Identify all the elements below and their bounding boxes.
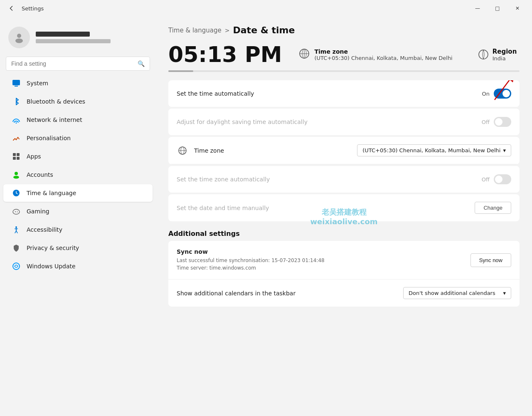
set-timezone-auto-label: Set the time zone automatically <box>177 176 482 183</box>
set-date-manually-card: Set the date and time manually Change <box>168 194 520 221</box>
svg-point-9 <box>15 172 18 175</box>
calendar-dropdown[interactable]: Don't show additional calendars ▾ <box>403 287 511 299</box>
user-section <box>0 20 156 57</box>
window-controls: — □ ✕ <box>468 2 527 15</box>
svg-rect-8 <box>17 157 20 160</box>
set-timezone-auto-row: Set the time zone automatically Off <box>168 166 520 193</box>
svg-point-15 <box>17 211 18 212</box>
sidebar-item-bluetooth[interactable]: Bluetooth & devices <box>3 93 153 110</box>
svg-point-27 <box>479 50 488 59</box>
time-display-row: 05:13 PM Time zone (UTC+05:30) Chennai, … <box>168 42 520 67</box>
region-info: Region India <box>478 48 517 62</box>
apps-icon <box>12 152 21 161</box>
calendar-row: Show additional calendars in the taskbar… <box>168 280 520 307</box>
sidebar-item-label-gaming: Gaming <box>27 208 49 215</box>
breadcrumb: Time & language > Date & time <box>168 25 520 35</box>
progress-bar <box>168 70 520 72</box>
svg-rect-7 <box>13 157 16 160</box>
sidebar-item-privacy[interactable]: Privacy & security <box>3 239 153 257</box>
back-button[interactable] <box>5 2 18 15</box>
svg-line-21 <box>16 231 17 233</box>
sidebar-item-personalisation[interactable]: Personalisation <box>3 129 153 147</box>
sidebar-item-label-network: Network & internet <box>27 116 82 123</box>
timezone-value: (UTC+05:30) Chennai, Kolkata, Mumbai, Ne… <box>314 55 452 61</box>
sync-time-server: Time server: time.windows.com <box>177 264 464 272</box>
daylight-toggle-thumb <box>495 118 502 126</box>
sync-now-row: Sync now Last successful time synchronis… <box>168 241 520 280</box>
daylight-toggle[interactable] <box>494 117 511 127</box>
breadcrumb-parent[interactable]: Time & language <box>168 27 222 34</box>
sidebar-item-time-language[interactable]: Time & language <box>3 184 153 202</box>
additional-settings-card: Sync now Last successful time synchronis… <box>168 241 520 307</box>
svg-line-20 <box>15 231 16 233</box>
close-button[interactable]: ✕ <box>508 2 527 15</box>
sidebar-item-system[interactable]: System <box>3 74 153 92</box>
svg-point-12 <box>13 209 20 214</box>
sidebar-item-windows-update[interactable]: Windows Update <box>3 258 153 275</box>
sidebar-item-label-update: Windows Update <box>27 263 76 270</box>
network-icon <box>12 115 21 124</box>
gaming-icon <box>12 207 21 216</box>
accounts-icon <box>12 170 21 179</box>
timezone-row: Time zone (UTC+05:30) Chennai, Kolkata, … <box>168 137 520 164</box>
sidebar-item-label-privacy: Privacy & security <box>27 245 79 251</box>
timezone-dropdown-value: (UTC+05:30) Chennai, Kolkata, Mumbai, Ne… <box>362 147 500 154</box>
set-time-auto-toggle[interactable] <box>494 89 511 99</box>
calendar-label: Show additional calendars in the taskbar <box>177 290 397 297</box>
svg-rect-5 <box>13 153 16 156</box>
time-language-icon <box>12 188 21 198</box>
timezone-dropdown-chevron: ▾ <box>503 147 506 154</box>
svg-point-22 <box>13 263 20 270</box>
set-time-auto-card: Set the time automatically On <box>168 80 520 107</box>
svg-point-0 <box>17 34 21 38</box>
daylight-row: Adjust for daylight saving time automati… <box>168 109 520 135</box>
svg-rect-6 <box>17 153 20 156</box>
search-input[interactable] <box>11 60 134 67</box>
minimize-button[interactable]: — <box>468 2 487 15</box>
timezone-info: Time zone (UTC+05:30) Chennai, Kolkata, … <box>298 48 452 62</box>
set-timezone-auto-toggle[interactable] <box>494 174 511 184</box>
user-email-bar <box>36 39 111 43</box>
daylight-right: Off <box>482 117 511 127</box>
breadcrumb-current: Date & time <box>233 25 295 35</box>
accessibility-icon <box>12 225 21 234</box>
sidebar-item-label-personalisation: Personalisation <box>27 135 71 141</box>
sidebar-item-label-accounts: Accounts <box>27 171 53 178</box>
set-time-auto-state: On <box>482 91 490 97</box>
sync-info: Sync now Last successful time synchronis… <box>177 248 464 272</box>
system-icon <box>12 79 21 88</box>
timezone-label: Time zone <box>314 48 452 55</box>
sidebar-item-apps[interactable]: Apps <box>3 148 153 165</box>
timezone-card: Time zone (UTC+05:30) Chennai, Kolkata, … <box>168 137 520 164</box>
change-button[interactable]: Change <box>475 202 511 214</box>
sidebar-item-gaming[interactable]: Gaming <box>3 203 153 220</box>
set-time-auto-label: Set the time automatically <box>177 90 482 97</box>
sync-last-success: Last successful time synchronisation: 15… <box>177 257 464 264</box>
calendar-dropdown-chevron: ▾ <box>503 290 506 296</box>
region-label: Region <box>493 48 517 55</box>
maximize-button[interactable]: □ <box>488 2 507 15</box>
search-box[interactable]: 🔍 <box>6 57 150 71</box>
timezone-dropdown[interactable]: (UTC+05:30) Chennai, Kolkata, Mumbai, Ne… <box>357 144 511 156</box>
breadcrumb-separator: > <box>225 27 230 34</box>
search-icon: 🔍 <box>138 60 145 67</box>
privacy-icon <box>12 243 21 253</box>
sidebar: 🔍 System Bluetooth & devices Network & i… <box>0 17 156 416</box>
avatar <box>8 27 30 48</box>
set-timezone-auto-card: Set the time zone automatically Off <box>168 166 520 193</box>
tz-toggle-thumb <box>495 176 502 183</box>
personalisation-icon <box>12 134 21 143</box>
sync-now-button[interactable]: Sync now <box>470 253 511 267</box>
sidebar-item-network[interactable]: Network & internet <box>3 111 153 129</box>
sidebar-item-label-apps: Apps <box>27 153 41 160</box>
sidebar-item-label-system: System <box>27 80 48 87</box>
svg-point-16 <box>17 212 18 213</box>
daylight-card: Adjust for daylight saving time automati… <box>168 109 520 135</box>
sidebar-item-label-accessibility: Accessibility <box>27 226 62 233</box>
set-time-auto-row: Set the time automatically On <box>168 80 520 107</box>
sidebar-item-accessibility[interactable]: Accessibility <box>3 221 153 238</box>
sidebar-item-accounts[interactable]: Accounts <box>3 166 153 183</box>
daylight-state: Off <box>482 119 490 125</box>
bluetooth-icon <box>12 97 21 106</box>
svg-rect-2 <box>12 80 20 85</box>
